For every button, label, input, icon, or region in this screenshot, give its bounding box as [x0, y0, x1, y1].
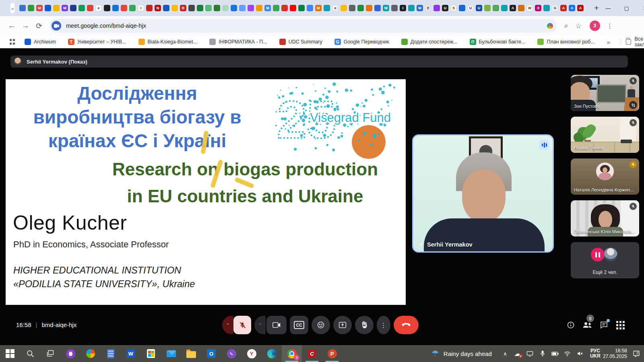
tab-favicon[interactable] — [78, 5, 85, 11]
yandex-browser-button[interactable]: Y — [242, 345, 262, 362]
tab-favicon[interactable] — [146, 5, 153, 11]
tab-favicon[interactable] — [171, 5, 178, 11]
bookmark-item[interactable]: Додати спостереж... — [401, 39, 458, 45]
tab-favicon[interactable]: W — [383, 5, 389, 11]
participant-tile[interactable]: Зоя Пустова — [571, 75, 639, 111]
reactions-button[interactable] — [312, 316, 330, 334]
mic-options-chevron[interactable]: ⌃ — [222, 316, 233, 334]
powerpoint-button[interactable]: P — [322, 345, 342, 362]
tab-favicon[interactable] — [459, 5, 465, 11]
cortana-button[interactable] — [60, 345, 80, 362]
tab-favicon[interactable] — [298, 5, 305, 11]
tab-favicon[interactable]: A — [577, 5, 584, 11]
battery-icon[interactable] — [551, 350, 559, 357]
tab-favicon[interactable] — [248, 5, 254, 11]
bookmarks-overflow-icon[interactable]: » — [607, 39, 610, 45]
tab-favicon[interactable] — [518, 5, 524, 11]
tab-favicon[interactable]: I — [400, 5, 406, 11]
tab-favicon[interactable] — [197, 5, 203, 11]
close-button[interactable]: ✕ — [636, 0, 644, 16]
profile-avatar[interactable]: 3 — [590, 21, 600, 31]
overflow-participants-tile[interactable]: Ещё 2 чел. — [571, 242, 639, 278]
back-button[interactable]: ← — [5, 21, 19, 30]
tab-favicon[interactable] — [222, 5, 229, 11]
self-video-tile[interactable]: Serhii Yermakov — [412, 134, 554, 253]
viber-button[interactable] — [221, 345, 242, 362]
browser-menu-icon[interactable]: ⋮ — [607, 22, 613, 30]
tab-favicon[interactable]: A — [510, 5, 516, 11]
tab-favicon[interactable] — [349, 5, 355, 11]
notification-center-icon[interactable] — [633, 350, 640, 357]
microsoft-365-button[interactable] — [80, 345, 101, 362]
activities-button[interactable] — [615, 320, 625, 330]
bookmark-item[interactable]: UDC Summary — [279, 39, 322, 45]
tab-favicon[interactable] — [290, 5, 296, 11]
end-call-button[interactable] — [394, 316, 419, 334]
tab-favicon[interactable]: E — [425, 5, 431, 11]
tab-favicon[interactable]: I — [138, 5, 144, 11]
captions-button[interactable]: CC — [290, 316, 308, 334]
bookmark-item[interactable]: Biala-Ksiega-Biomet... — [138, 39, 198, 45]
reload-button[interactable]: ⟳ — [32, 21, 46, 31]
start-button[interactable] — [0, 345, 20, 362]
corel-button[interactable]: C — [302, 345, 322, 362]
camera-button[interactable] — [266, 316, 287, 334]
bookmark-item[interactable]: ІНФОРМАТИКА - П... — [209, 39, 267, 45]
tab-favicon[interactable] — [341, 5, 347, 11]
zoom-icon[interactable]: ⌕ — [564, 22, 568, 30]
address-bar[interactable]: meet.google.com/bmd-aiqe-hjx — [49, 19, 557, 33]
tab-favicon[interactable]: G — [552, 5, 558, 11]
bookmark-item[interactable]: G Google Переводчик — [334, 39, 389, 45]
tab-favicon[interactable]: A — [560, 5, 567, 11]
tab-favicon[interactable] — [121, 5, 127, 11]
tab-favicon[interactable] — [87, 5, 93, 11]
tab-favicon[interactable] — [493, 5, 499, 11]
bookmark-star-icon[interactable]: ☆ — [576, 22, 582, 30]
crop-icon[interactable] — [629, 101, 637, 109]
tab-favicon[interactable]: A — [569, 5, 575, 11]
tab-favicon[interactable] — [391, 5, 398, 11]
tab-favicon[interactable]: M — [264, 5, 271, 11]
tab-favicon[interactable]: U — [467, 5, 474, 11]
tab-favicon[interactable] — [357, 5, 364, 11]
tab-favicon[interactable]: W — [526, 5, 533, 11]
mic-off-button[interactable] — [233, 316, 251, 334]
tab-favicon[interactable] — [374, 5, 381, 11]
tab-favicon[interactable] — [433, 5, 440, 11]
tab-favicon[interactable]: Э — [535, 5, 541, 11]
chat-button[interactable] — [599, 320, 609, 330]
participant-tile[interactable]: Наталія Леонідівна Коржен... — [571, 158, 639, 195]
tab-favicon[interactable] — [28, 5, 34, 11]
more-options-button[interactable]: ⋮ — [377, 316, 390, 334]
task-view-button[interactable] — [40, 345, 60, 362]
tray-expand-icon[interactable]: ∧ — [502, 350, 509, 357]
word-button[interactable]: W — [121, 345, 141, 362]
participant-tile[interactable]: Вадим Гринев — [571, 117, 639, 153]
file-explorer-button[interactable] — [181, 345, 201, 362]
all-bookmarks-label[interactable]: Все закладки — [634, 36, 644, 47]
tab-favicon[interactable] — [239, 5, 246, 11]
tab-favicon[interactable] — [408, 5, 415, 11]
outlook-button[interactable]: O — [201, 345, 221, 362]
taskbar-clock[interactable]: 16:5827.05.2025 — [603, 348, 627, 359]
tab-favicon[interactable] — [70, 5, 76, 11]
tab-favicon[interactable]: B — [180, 5, 186, 11]
tab-favicon[interactable] — [366, 5, 372, 11]
present-button[interactable] — [333, 316, 352, 334]
tab-favicon[interactable] — [129, 5, 136, 11]
tab-favicon[interactable] — [104, 5, 110, 11]
bookmark-item[interactable]: Archiwum — [25, 39, 56, 45]
mail-button[interactable] — [161, 345, 181, 362]
tab-favicon[interactable]: M — [315, 5, 322, 11]
meeting-details-button[interactable] — [566, 320, 576, 330]
apps-grid-icon[interactable] — [10, 39, 15, 45]
tab-search-chevron-icon[interactable]: ⌄ — [10, 3, 14, 13]
bookmark-item[interactable]: T Університет – УНІВ... — [68, 39, 126, 45]
tab-favicon[interactable] — [324, 5, 330, 11]
tab-favicon[interactable] — [205, 5, 212, 11]
tab-favicon[interactable]: e — [95, 5, 102, 11]
tab-favicon[interactable]: U — [442, 5, 448, 11]
tab-favicon[interactable] — [484, 5, 491, 11]
volume-muted-icon[interactable] — [576, 350, 584, 357]
tab-favicon[interactable] — [501, 5, 508, 11]
